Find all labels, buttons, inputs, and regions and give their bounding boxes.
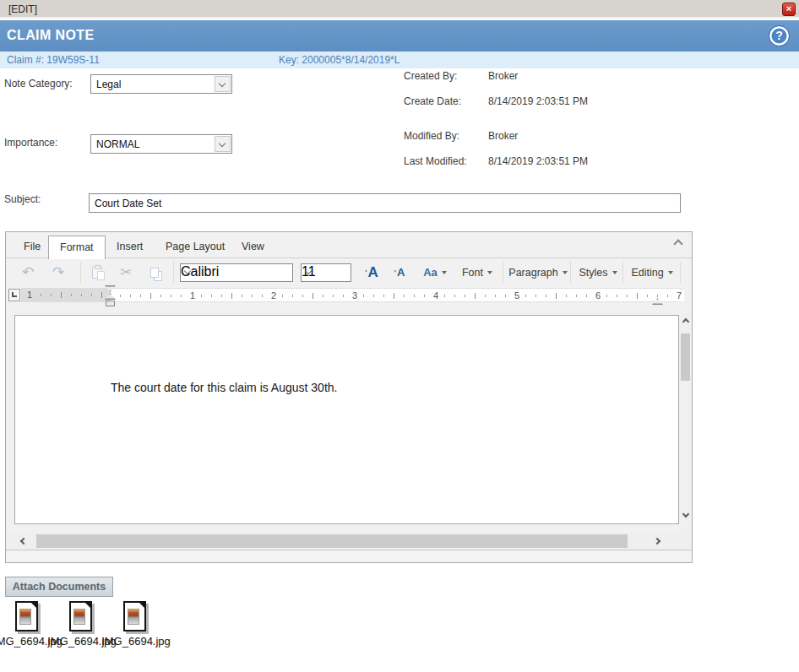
note-category-select[interactable]: Legal [90,74,232,94]
importance-dropdown-icon[interactable] [215,136,231,152]
ribbon-toolbar: ↶ ↷ ✂ Calibri 11 A A Aa Font [6,258,692,286]
scroll-right-icon[interactable] [646,533,668,550]
font-menu-button[interactable]: Font [457,262,497,283]
tab-stop-selector[interactable] [8,289,20,301]
ruler-number: 2 [269,290,279,301]
note-category-value: Legal [96,79,121,90]
last-modified-label: Last Modified: [404,155,467,167]
modified-by-label: Modified By: [404,130,459,142]
vertical-scrollbar[interactable] [679,313,692,533]
claim-key-bar: Claim #: 19W59S-11 Key: 2000005*8/14/201… [0,51,799,68]
importance-select[interactable]: NORMAL [90,134,232,154]
copy-icon[interactable] [143,262,166,283]
page-title: CLAIM NOTE [7,28,95,43]
claim-key: Key: 2000005*8/14/2019*L [279,54,400,66]
font-name-select[interactable]: Calibri [180,263,293,282]
page-header: CLAIM NOTE ? [0,20,799,51]
attachment-filename[interactable]: IMG_6694.jpg [101,635,171,648]
collapse-ribbon-icon[interactable] [675,241,682,247]
ribbon-tab-bar: File Format Insert Page Layout View [6,232,692,258]
scroll-down-icon[interactable] [679,507,692,521]
vertical-scroll-thumb[interactable] [681,333,690,381]
paragraph-menu-button[interactable]: Paragraph [508,262,568,283]
window-titlebar: [EDIT] × [0,0,799,19]
modified-by-value: Broker [488,130,518,142]
ruler-number: 5 [512,290,522,301]
paste-icon[interactable] [85,262,109,283]
note-category-label: Note Category: [4,78,73,89]
styles-menu-button[interactable]: Styles [575,262,621,283]
jpg-file-icon[interactable] [15,601,38,631]
help-icon[interactable]: ? [769,25,790,46]
importance-value: NORMAL [96,138,139,150]
horizontal-scrollbar[interactable] [6,533,692,550]
note-body-text[interactable]: The court date for this claim is August … [111,381,337,394]
create-date-value: 8/14/2019 2:03:51 PM [488,95,588,107]
ruler-margin-segment: 1 [21,288,110,302]
tab-file[interactable]: File [13,236,52,259]
editor-status-bar [6,550,692,562]
jpg-file-icon[interactable] [123,601,146,631]
close-icon[interactable]: × [782,3,796,16]
ruler-number: 6 [593,290,603,301]
last-modified-value: 8/14/2019 2:03:51 PM [488,155,588,167]
undo-icon[interactable]: ↶ [16,262,40,283]
horizontal-scroll-thumb[interactable] [36,534,628,548]
change-case-label: Aa [423,266,438,279]
change-case-button[interactable]: Aa [416,262,454,283]
tab-view[interactable]: View [231,236,275,259]
created-by-label: Created By: [404,70,457,82]
ruler-number: 1 [188,290,198,301]
document-area: The court date for this claim is August … [6,306,692,533]
claim-number: Claim #: 19W59S-11 [7,54,100,66]
claim-note-window: [EDIT] × CLAIM NOTE ? Claim #: 19W59S-11… [0,0,799,672]
subject-label: Subject: [4,193,41,205]
font-size-select[interactable]: 11 [301,263,351,282]
left-indent-marker[interactable] [106,301,115,306]
document-page[interactable]: The court date for this claim is August … [14,315,679,524]
cut-icon[interactable]: ✂ [114,262,138,283]
importance-label: Importance: [4,137,57,149]
tab-format[interactable]: Format [48,236,106,259]
attachment-item[interactable]: IMG_6694.jpg [109,601,163,648]
ruler-number: 4 [431,290,441,301]
ruler-number: 3 [350,290,360,301]
tab-page-layout[interactable]: Page Layout [155,236,236,259]
grow-font-icon[interactable]: A [359,262,384,283]
redo-icon[interactable]: ↷ [46,262,70,283]
shrink-font-icon[interactable]: A [388,262,411,283]
ruler-number: 1 [24,290,35,301]
scroll-left-icon[interactable] [13,533,35,550]
attach-documents-button[interactable]: Attach Documents [5,577,113,597]
rich-text-editor: File Format Insert Page Layout View ↶ ↷ … [5,231,693,563]
subject-input[interactable] [89,193,681,213]
editing-menu-button[interactable]: Editing [628,262,677,283]
scroll-up-icon[interactable] [679,315,692,328]
ruler-main-segment: 1 2 3 4 5 6 7 [110,288,682,302]
ruler-number: 7 [674,290,684,301]
tab-insert[interactable]: Insert [106,236,154,259]
note-category-dropdown-icon[interactable] [215,76,231,92]
jpg-file-icon[interactable] [69,601,92,631]
create-date-label: Create Date: [404,95,461,107]
edit-mode-label: [EDIT] [8,3,37,15]
created-by-value: Broker [488,70,518,82]
